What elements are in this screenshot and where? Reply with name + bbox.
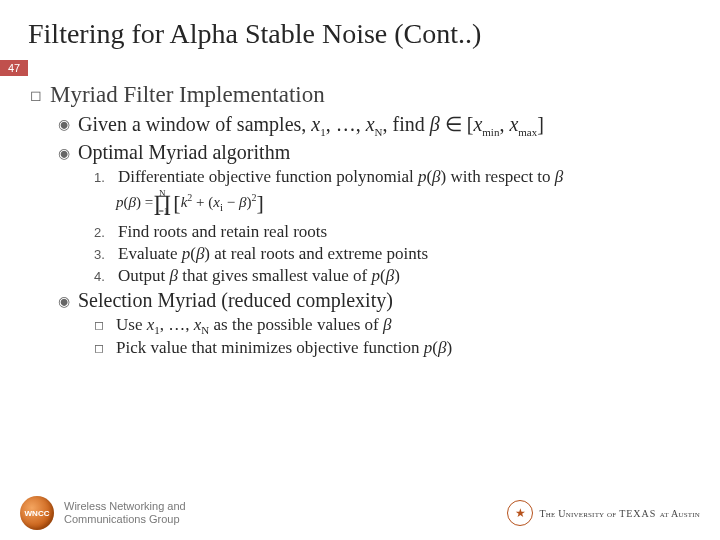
step-number: 1.	[94, 167, 118, 185]
target-bullet-icon: ◉	[58, 289, 78, 312]
step-4: 4. Output β that gives smallest value of…	[94, 266, 690, 286]
step-text: Find roots and retain real roots	[118, 222, 327, 242]
ut-tail: at Austin	[660, 508, 700, 519]
step-text: Evaluate p(β) at real roots and extreme …	[118, 244, 428, 264]
step-3: 3. Evaluate p(β) at real roots and extre…	[94, 244, 690, 264]
ut-big: TEXAS	[619, 508, 660, 519]
step-text: Differentiate objective function polynom…	[118, 167, 563, 187]
step-number: 3.	[94, 244, 118, 262]
sub-text: Pick value that minimizes objective func…	[116, 338, 452, 358]
wncc-logo-icon: WNCC	[20, 496, 54, 530]
sub-c2: ◻ Pick value that minimizes objective fu…	[94, 338, 690, 358]
step-2: 2. Find roots and retain real roots	[94, 222, 690, 242]
target-bullet-icon: ◉	[58, 112, 78, 138]
heading-text: Myriad Filter Implementation	[50, 82, 325, 108]
box-bullet-icon: ◻	[94, 315, 116, 332]
bullet-text: Selection Myriad (reduced complexity)	[78, 289, 393, 312]
box-bullet-icon: ◻	[94, 338, 116, 355]
formula-p-beta: p(β) = N ∏ i=1 [ k2 + (xi − β)2 ]	[116, 189, 690, 216]
bullet-selection-myriad: ◉ Selection Myriad (reduced complexity)	[58, 289, 690, 312]
product-limits: N ∏ i=1	[153, 189, 171, 216]
footer-group-name: Wireless Networking and Communications G…	[64, 500, 264, 526]
square-bullet-icon: ◻	[30, 82, 50, 108]
target-bullet-icon: ◉	[58, 141, 78, 164]
ut-pre: The University of	[539, 508, 616, 519]
slide-number-badge: 47	[0, 60, 28, 76]
ut-seal-icon: ★	[507, 500, 533, 526]
formula-lhs: p(β) =	[116, 194, 153, 211]
bullet-text: Given a window of samples, x1, …, xN, fi…	[78, 112, 544, 138]
page-title: Filtering for Alpha Stable Noise (Cont..…	[0, 0, 720, 60]
step-1: 1. Differentiate objective function poly…	[94, 167, 690, 187]
bullet-given-window: ◉ Given a window of samples, x1, …, xN, …	[58, 112, 690, 138]
ut-wordmark: The University of TEXAS at Austin	[539, 508, 700, 519]
lower-limit: i=1	[156, 207, 168, 216]
ut-austin-logo: ★ The University of TEXAS at Austin	[507, 500, 700, 526]
sub-text: Use x1, …, xN as the possible values of …	[116, 315, 391, 336]
heading-lvl1: ◻ Myriad Filter Implementation	[30, 82, 690, 108]
step-number: 4.	[94, 266, 118, 284]
bullet-optimal-myriad: ◉ Optimal Myriad algorithm	[58, 141, 690, 164]
sub-c1: ◻ Use x1, …, xN as the possible values o…	[94, 315, 690, 336]
content-area: ◻ Myriad Filter Implementation ◉ Given a…	[0, 82, 720, 358]
bullet-text: Optimal Myriad algorithm	[78, 141, 290, 164]
footer: WNCC Wireless Networking and Communicati…	[0, 496, 720, 530]
rbracket-icon: ]	[256, 190, 263, 216]
step-text: Output β that gives smallest value of p(…	[118, 266, 400, 286]
formula-body: k2 + (xi − β)2	[181, 192, 257, 213]
lbracket-icon: [	[173, 190, 180, 216]
step-number: 2.	[94, 222, 118, 240]
footer-left: WNCC Wireless Networking and Communicati…	[20, 496, 264, 530]
